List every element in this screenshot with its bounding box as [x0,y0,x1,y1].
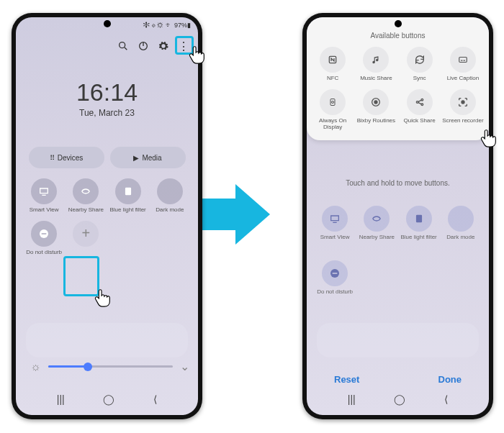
android-navbar: ||| ◯ ⟨ [307,389,489,409]
panel-item-screen-recorder[interactable]: Screen recorder [441,89,485,131]
panel-item-bixby-routines[interactable]: Bixby Routines [354,89,397,131]
tile-blue-light[interactable]: Blue light filter [107,178,149,214]
devices-button[interactable]: ⠿ Devices [29,147,104,168]
media-icon: ▶ [133,154,139,162]
gear-icon[interactable] [156,39,171,53]
screen-recorder-icon [450,89,476,115]
tile-label: Nearby Share [356,234,397,241]
brightness-slider[interactable]: ☼ ⌄ [30,360,189,373]
panel-item-label: Screen recorder [441,118,485,124]
tile-label: Dark mode [149,207,191,214]
tile-smart-view[interactable]: Smart View [23,178,65,214]
slider-track[interactable] [48,365,173,368]
done-button[interactable]: Done [438,374,462,385]
panel-title: Available buttons [311,32,485,40]
music-share-icon [363,47,389,73]
tile-smart-view[interactable]: Smart View [314,206,356,241]
panel-item-label: NFC [311,76,354,82]
svg-point-17 [421,104,423,106]
add-icon: + [73,221,99,247]
available-buttons-panel: Available buttons NFC Music Share Sync L… [307,17,489,140]
svg-rect-4 [125,188,131,196]
reset-button[interactable]: Reset [334,374,359,385]
nav-back[interactable]: ⟨ [444,393,448,405]
svg-line-18 [418,100,421,101]
smartview-icon [322,206,348,232]
phone-frame-left: ✻ ⊘ ⚙ ᯤ 97%▮ ⋮ 16:14 Tue, March 23 ⠿ Dev… [12,13,202,419]
panel-item-quick-share[interactable]: Quick Share [398,89,441,131]
panel-item-label: Bixby Routines [354,118,397,124]
dnd-icon [31,221,57,247]
nav-home[interactable]: ◯ [394,393,405,405]
blue-light-icon [406,206,432,232]
blue-light-icon [115,178,141,204]
camera-notch [395,20,402,27]
panel-item-live-caption[interactable]: Live Caption [441,47,485,82]
nfc-icon [320,47,346,73]
brightness-expand-icon[interactable]: ⌄ [180,360,189,373]
nearby-share-icon [73,178,99,204]
home-dock-blur [317,323,479,357]
svg-rect-23 [333,273,338,273]
svg-point-14 [374,101,377,104]
svg-point-16 [421,99,423,101]
tile-blue-light[interactable]: Blue light filter [398,206,440,241]
smartview-icon [31,178,57,204]
camera-notch [104,20,111,27]
cursor-hand-icon [477,127,499,148]
devices-label: Devices [58,154,84,162]
tile-label: Blue light filter [107,207,149,214]
tile-dark-mode[interactable]: Dark mode [440,206,482,241]
clock-time: 16:14 [16,78,198,106]
panel-item-aod[interactable]: Always On Display [311,89,354,131]
tile-label: Dark mode [440,234,482,241]
brightness-icon: ☼ [30,360,41,373]
tile-dark-mode[interactable]: Dark mode [149,178,191,214]
bixby-routines-icon [363,89,389,115]
tile-label: Do not disturb [314,289,356,296]
clock-area: 16:14 Tue, March 23 [16,78,198,118]
tile-nearby-share[interactable]: Nearby Share [65,178,107,214]
tile-add[interactable]: + [65,221,107,256]
clock-date: Tue, March 23 [16,108,198,118]
tile-dnd[interactable]: Do not disturb [23,221,65,256]
panel-item-label: Music Share [354,76,397,82]
svg-point-12 [332,101,334,103]
tile-label: Smart View [23,207,65,214]
svg-point-0 [120,42,125,48]
nearby-share-icon [364,206,390,232]
tile-label: Blue light filter [398,234,440,241]
search-icon[interactable] [116,39,130,53]
nav-recents[interactable]: ||| [57,393,65,405]
tile-dnd[interactable]: Do not disturb [314,260,356,296]
home-dock-blur [26,323,188,357]
svg-rect-8 [459,58,467,63]
status-icons: ✻ ⊘ ⚙ ᯤ [143,22,172,29]
nav-home[interactable]: ◯ [103,393,114,405]
dark-mode-icon [157,178,183,204]
panel-item-label: Quick Share [398,118,441,124]
svg-rect-11 [330,99,335,105]
panel-item-label: Always On Display [311,118,354,131]
svg-line-19 [418,102,421,104]
tile-label: Nearby Share [65,207,107,214]
android-navbar: ||| ◯ ⟨ [16,389,198,409]
aod-icon [320,89,346,115]
panel-item-sync[interactable]: Sync [398,47,441,82]
phone-frame-right: Available buttons NFC Music Share Sync L… [302,13,493,419]
panel-item-label: Sync [398,76,441,82]
battery-percent: 97%▮ [174,22,191,29]
nav-back[interactable]: ⟨ [153,393,157,405]
svg-line-1 [125,47,127,50]
panel-item-music-share[interactable]: Music Share [354,47,397,82]
devices-icon: ⠿ [50,154,55,162]
svg-point-15 [416,101,418,103]
media-label: Media [142,154,161,162]
nav-recents[interactable]: ||| [348,393,356,405]
tile-nearby-share[interactable]: Nearby Share [356,206,397,241]
power-icon[interactable] [136,39,150,53]
media-button[interactable]: ▶ Media [110,147,186,168]
tile-label: Do not disturb [23,250,65,256]
cursor-hand-icon [91,286,113,308]
panel-item-nfc[interactable]: NFC [311,47,354,82]
